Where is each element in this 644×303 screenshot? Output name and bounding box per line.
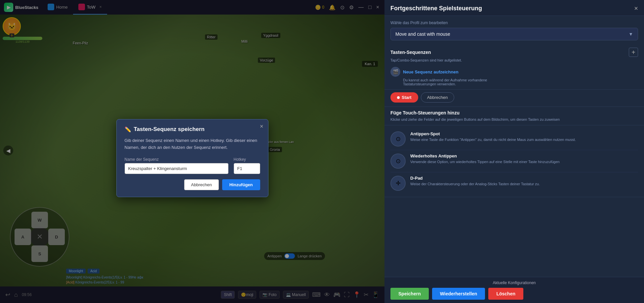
sequence-action-row: Start Abbrechen [384,90,644,107]
new-sequence-link[interactable]: 🎬 Neue Sequenz aufzeichnen [390,67,638,77]
dialog-title-text: Tasten-Sequenz speichern [134,126,205,133]
touch-section: Füge Touch-Steuerungen hinzu Klicke und … [384,107,644,125]
panel-scroll[interactable]: Wähle das Profil zum bearbeiten Move and… [384,16,644,277]
sequence-name-input[interactable] [125,163,228,174]
sequences-desc: Tap/Combo-Sequenzen sind hier aufgeliste… [384,58,644,65]
new-sequence-icon: 🎬 [390,67,400,77]
dpad-desc: Weise der Charaktersteuerung oder der An… [410,182,638,187]
new-sequence-label: Neue Sequenz aufzeichnen [403,69,459,74]
wiederholtes-desc: Verwende diese Option, um wiederholtes T… [410,159,638,164]
dialog-cancel-button[interactable]: Abbrechen [184,179,219,190]
dialog-add-button[interactable]: Hinzufügen [222,179,260,190]
hotkey-input[interactable] [234,163,260,174]
save-button[interactable]: Speichern [390,288,429,300]
wiederholtes-icon: ⊙ [390,153,406,169]
touch-item-wiederholtes[interactable]: ⊙ Wiederholtes Antippen Verwende diese O… [390,150,638,172]
antippen-spot-title: Antippen-Spot [410,131,638,136]
dialog-buttons: Abbrechen Hinzufügen [125,179,260,190]
record-dot [397,96,400,99]
touch-item-dpad[interactable]: ✛ D-Pad Weise der Charaktersteuerung ode… [390,172,638,194]
new-sequence-sub: Du kannst auch während der Aufnahme vorh… [390,78,638,86]
dialog-close-button[interactable]: × [260,123,263,129]
field-hotkey-group: Hotkey [234,157,260,174]
bottom-bar-panel: Aktuelle Konfigurationen Speichern Wiede… [384,277,644,303]
save-dialog: ✏️ Tasten-Sequenz speichern × Gib deiner… [116,119,268,197]
field-hotkey-label: Hotkey [234,157,260,162]
dialog-fields: Name der Sequenz Hotkey [125,157,260,174]
touch-items-list: ⊙ Antippen-Spot Weise eine Taste die Fun… [384,125,644,197]
delete-button[interactable]: Löschen [488,288,523,300]
start-label: Start [402,95,412,100]
dpad-title: D-Pad [410,176,638,181]
bottom-buttons: Speichern Wiederherstellen Löschen [390,288,638,300]
sequences-add-button[interactable]: + [629,48,638,57]
dpad-body: D-Pad Weise der Charaktersteuerung oder … [410,176,638,187]
dropdown-arrow-icon: ▼ [628,31,633,37]
right-panel: Fortgeschrittene Spielsteuerung × Wähle … [384,0,644,303]
sequences-section-header: Tasten-Sequenzen + [384,44,644,58]
touch-section-title: Füge Touch-Steuerungen hinzu [390,110,638,115]
touch-item-antippen[interactable]: ⊙ Antippen-Spot Weise eine Taste die Fun… [390,128,638,150]
profile-selected: Move and cast with mouse [395,31,450,37]
new-sequence-area: 🎬 Neue Sequenz aufzeichnen Du kannst auc… [384,65,644,90]
dialog-description: Gib deiner Sequenz einen Namen und einen… [125,137,260,151]
wiederholtes-body: Wiederholtes Antippen Verwende diese Opt… [410,153,638,164]
antippen-spot-icon: ⊙ [390,131,406,147]
panel-close-button[interactable]: × [634,5,638,12]
panel-header: Fortgeschrittene Spielsteuerung × [384,0,644,16]
restore-button[interactable]: Wiederherstellen [432,288,485,300]
start-recording-button[interactable]: Start [390,92,418,103]
antippen-spot-body: Antippen-Spot Weise eine Taste die Funkt… [410,131,638,142]
touch-section-desc: Klicke und ziehe die Felder auf die jewe… [390,117,638,122]
panel-title: Fortgeschrittene Spielsteuerung [390,5,482,12]
dialog-overlay: ✏️ Tasten-Sequenz speichern × Gib deiner… [0,0,384,303]
dpad-icon: ✛ [390,176,406,191]
bottom-bar-title: Aktuelle Konfigurationen [390,281,638,285]
profile-subtitle: Wähle das Profil zum bearbeiten [384,18,644,25]
cancel-recording-button[interactable]: Abbrechen [421,92,454,103]
profile-dropdown[interactable]: Move and cast with mouse ▼ [390,28,638,40]
sequences-title: Tasten-Sequenzen [390,50,431,55]
profile-dropdown-row: Move and cast with mouse ▼ [384,25,644,44]
field-name-label: Name der Sequenz [125,157,228,162]
dialog-title: ✏️ Tasten-Sequenz speichern [125,126,260,133]
field-name-group: Name der Sequenz [125,157,228,174]
wiederholtes-title: Wiederholtes Antippen [410,153,638,158]
dialog-title-icon: ✏️ [125,126,131,133]
antippen-spot-desc: Weise eine Taste die Funktion "Antippen"… [410,137,638,142]
